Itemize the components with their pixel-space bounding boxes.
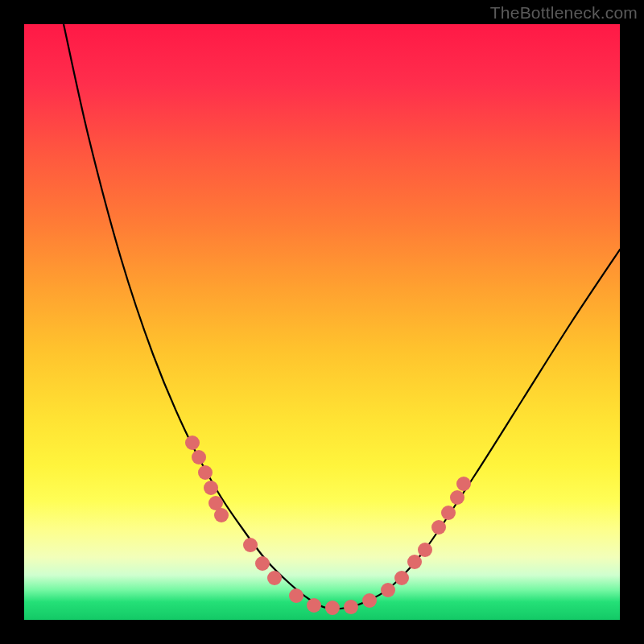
data-point bbox=[307, 598, 321, 613]
data-point bbox=[407, 555, 422, 569]
data-point bbox=[289, 588, 303, 603]
data-point bbox=[255, 556, 270, 571]
marker-group bbox=[185, 436, 471, 615]
bottleneck-curve bbox=[64, 24, 620, 609]
data-point bbox=[418, 543, 432, 557]
data-point bbox=[441, 506, 456, 520]
data-point bbox=[198, 465, 213, 480]
data-point bbox=[344, 600, 358, 614]
data-point bbox=[456, 477, 471, 491]
chart-svg bbox=[24, 24, 620, 620]
data-point bbox=[204, 481, 218, 495]
data-point bbox=[267, 571, 282, 585]
data-point bbox=[431, 520, 446, 535]
data-point bbox=[243, 538, 258, 552]
plot-area bbox=[24, 24, 620, 620]
data-point bbox=[381, 583, 395, 597]
data-point bbox=[394, 571, 409, 585]
data-point bbox=[192, 450, 206, 464]
data-point bbox=[185, 436, 200, 450]
data-point bbox=[214, 508, 229, 522]
watermark-text: TheBottleneck.com bbox=[490, 3, 638, 23]
chart-frame: TheBottleneck.com bbox=[0, 0, 644, 644]
data-point bbox=[362, 593, 377, 608]
data-point bbox=[325, 601, 340, 615]
data-point bbox=[450, 490, 464, 505]
